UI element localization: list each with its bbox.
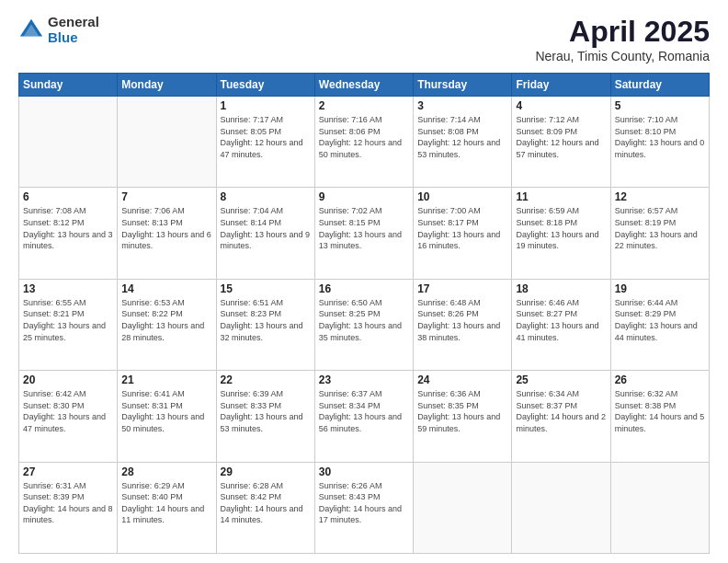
day-cell: 19Sunrise: 6:44 AM Sunset: 8:29 PM Dayli… (610, 279, 709, 370)
day-cell: 9Sunrise: 7:02 AM Sunset: 8:15 PM Daylig… (314, 188, 413, 279)
day-info: Sunrise: 6:26 AM Sunset: 8:43 PM Dayligh… (319, 480, 409, 526)
day-cell: 30Sunrise: 6:26 AM Sunset: 8:43 PM Dayli… (314, 462, 413, 553)
day-cell (610, 462, 709, 553)
day-cell: 22Sunrise: 6:39 AM Sunset: 8:33 PM Dayli… (216, 371, 314, 462)
day-number: 25 (516, 373, 606, 386)
day-cell: 16Sunrise: 6:50 AM Sunset: 8:25 PM Dayli… (314, 279, 413, 370)
day-cell: 1Sunrise: 7:17 AM Sunset: 8:05 PM Daylig… (216, 97, 314, 188)
day-cell: 24Sunrise: 6:36 AM Sunset: 8:35 PM Dayli… (414, 371, 512, 462)
logo-text: General Blue (48, 15, 99, 45)
day-cell: 6Sunrise: 7:08 AM Sunset: 8:12 PM Daylig… (19, 188, 118, 279)
logo-icon (18, 17, 44, 43)
day-info: Sunrise: 6:34 AM Sunset: 8:37 PM Dayligh… (516, 388, 606, 434)
day-info: Sunrise: 6:59 AM Sunset: 8:18 PM Dayligh… (516, 205, 606, 251)
day-header-sunday: Sunday (19, 74, 118, 97)
day-number: 22 (221, 373, 311, 386)
day-cell: 10Sunrise: 7:00 AM Sunset: 8:17 PM Dayli… (414, 188, 512, 279)
location: Nerau, Timis County, Romania (535, 49, 710, 63)
day-number: 29 (221, 465, 311, 478)
week-row-0: 1Sunrise: 7:17 AM Sunset: 8:05 PM Daylig… (19, 97, 710, 188)
day-cell: 14Sunrise: 6:53 AM Sunset: 8:22 PM Dayli… (118, 279, 216, 370)
day-number: 4 (516, 99, 606, 112)
day-info: Sunrise: 6:31 AM Sunset: 8:39 PM Dayligh… (23, 480, 113, 526)
day-cell: 26Sunrise: 6:32 AM Sunset: 8:38 PM Dayli… (610, 371, 709, 462)
page: General Blue April 2025 Nerau, Timis Cou… (0, 0, 728, 563)
day-header-friday: Friday (512, 74, 610, 97)
day-cell: 28Sunrise: 6:29 AM Sunset: 8:40 PM Dayli… (118, 462, 216, 553)
logo-blue: Blue (48, 30, 99, 46)
day-info: Sunrise: 7:04 AM Sunset: 8:14 PM Dayligh… (221, 205, 311, 251)
day-number: 23 (319, 373, 409, 386)
day-cell: 29Sunrise: 6:28 AM Sunset: 8:42 PM Dayli… (216, 462, 314, 553)
day-info: Sunrise: 6:44 AM Sunset: 8:29 PM Dayligh… (615, 297, 705, 343)
day-cell: 15Sunrise: 6:51 AM Sunset: 8:23 PM Dayli… (216, 279, 314, 370)
day-number: 16 (319, 282, 409, 295)
day-info: Sunrise: 6:28 AM Sunset: 8:42 PM Dayligh… (221, 480, 311, 526)
day-cell: 4Sunrise: 7:12 AM Sunset: 8:09 PM Daylig… (512, 97, 610, 188)
day-info: Sunrise: 6:53 AM Sunset: 8:22 PM Dayligh… (121, 297, 211, 343)
day-cell (512, 462, 610, 553)
day-number: 12 (615, 190, 705, 203)
day-number: 9 (319, 190, 409, 203)
day-info: Sunrise: 6:37 AM Sunset: 8:34 PM Dayligh… (319, 388, 409, 434)
day-cell: 2Sunrise: 7:16 AM Sunset: 8:06 PM Daylig… (314, 97, 413, 188)
day-number: 10 (417, 190, 507, 203)
day-header-monday: Monday (118, 74, 216, 97)
day-info: Sunrise: 6:32 AM Sunset: 8:38 PM Dayligh… (615, 388, 705, 434)
day-cell (118, 97, 216, 188)
day-info: Sunrise: 6:57 AM Sunset: 8:19 PM Dayligh… (615, 205, 705, 251)
day-info: Sunrise: 7:10 AM Sunset: 8:10 PM Dayligh… (615, 114, 705, 160)
day-info: Sunrise: 6:29 AM Sunset: 8:40 PM Dayligh… (121, 480, 211, 526)
day-info: Sunrise: 7:12 AM Sunset: 8:09 PM Dayligh… (516, 114, 606, 160)
day-number: 1 (221, 99, 311, 112)
day-info: Sunrise: 7:17 AM Sunset: 8:05 PM Dayligh… (221, 114, 311, 160)
day-number: 26 (615, 373, 705, 386)
day-number: 28 (121, 465, 211, 478)
week-row-2: 13Sunrise: 6:55 AM Sunset: 8:21 PM Dayli… (19, 279, 710, 370)
day-info: Sunrise: 7:06 AM Sunset: 8:13 PM Dayligh… (121, 205, 211, 251)
day-number: 18 (516, 282, 606, 295)
day-number: 5 (615, 99, 705, 112)
day-number: 27 (23, 465, 113, 478)
day-cell: 5Sunrise: 7:10 AM Sunset: 8:10 PM Daylig… (610, 97, 709, 188)
day-info: Sunrise: 6:39 AM Sunset: 8:33 PM Dayligh… (221, 388, 311, 434)
day-number: 20 (23, 373, 113, 386)
day-number: 7 (121, 190, 211, 203)
day-header-saturday: Saturday (610, 74, 709, 97)
week-row-4: 27Sunrise: 6:31 AM Sunset: 8:39 PM Dayli… (19, 462, 710, 553)
day-number: 3 (417, 99, 507, 112)
day-number: 24 (417, 373, 507, 386)
day-info: Sunrise: 6:48 AM Sunset: 8:26 PM Dayligh… (417, 297, 507, 343)
day-cell: 21Sunrise: 6:41 AM Sunset: 8:31 PM Dayli… (118, 371, 216, 462)
logo: General Blue (18, 15, 99, 45)
day-header-wednesday: Wednesday (314, 74, 413, 97)
day-info: Sunrise: 7:02 AM Sunset: 8:15 PM Dayligh… (319, 205, 409, 251)
day-header-tuesday: Tuesday (216, 74, 314, 97)
month-title: April 2025 (535, 15, 710, 49)
day-info: Sunrise: 6:46 AM Sunset: 8:27 PM Dayligh… (516, 297, 606, 343)
day-info: Sunrise: 6:55 AM Sunset: 8:21 PM Dayligh… (23, 297, 113, 343)
day-number: 21 (121, 373, 211, 386)
day-cell: 20Sunrise: 6:42 AM Sunset: 8:30 PM Dayli… (19, 371, 118, 462)
day-header-thursday: Thursday (414, 74, 512, 97)
week-row-1: 6Sunrise: 7:08 AM Sunset: 8:12 PM Daylig… (19, 188, 710, 279)
day-info: Sunrise: 6:41 AM Sunset: 8:31 PM Dayligh… (121, 388, 211, 434)
day-info: Sunrise: 6:51 AM Sunset: 8:23 PM Dayligh… (221, 297, 311, 343)
day-info: Sunrise: 6:36 AM Sunset: 8:35 PM Dayligh… (417, 388, 507, 434)
day-cell: 11Sunrise: 6:59 AM Sunset: 8:18 PM Dayli… (512, 188, 610, 279)
day-number: 14 (121, 282, 211, 295)
day-number: 19 (615, 282, 705, 295)
day-info: Sunrise: 6:42 AM Sunset: 8:30 PM Dayligh… (23, 388, 113, 434)
day-cell (19, 97, 118, 188)
day-number: 11 (516, 190, 606, 203)
week-row-3: 20Sunrise: 6:42 AM Sunset: 8:30 PM Dayli… (19, 371, 710, 462)
title-block: April 2025 Nerau, Timis County, Romania (535, 15, 710, 63)
day-cell: 7Sunrise: 7:06 AM Sunset: 8:13 PM Daylig… (118, 188, 216, 279)
day-info: Sunrise: 6:50 AM Sunset: 8:25 PM Dayligh… (319, 297, 409, 343)
day-info: Sunrise: 7:00 AM Sunset: 8:17 PM Dayligh… (417, 205, 507, 251)
day-cell: 17Sunrise: 6:48 AM Sunset: 8:26 PM Dayli… (414, 279, 512, 370)
day-cell: 12Sunrise: 6:57 AM Sunset: 8:19 PM Dayli… (610, 188, 709, 279)
day-number: 8 (221, 190, 311, 203)
day-info: Sunrise: 7:16 AM Sunset: 8:06 PM Dayligh… (319, 114, 409, 160)
day-number: 17 (417, 282, 507, 295)
